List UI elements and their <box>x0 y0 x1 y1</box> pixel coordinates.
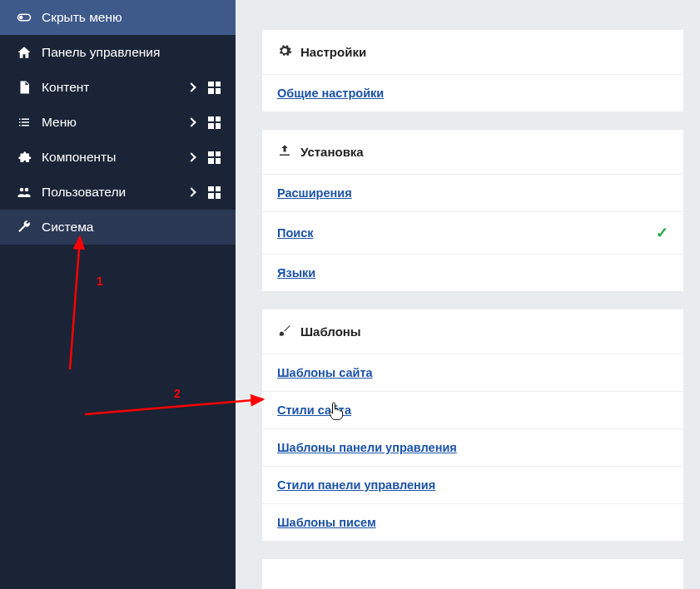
list-icon <box>15 115 33 130</box>
brush-icon <box>277 323 292 340</box>
sidebar: Скрыть меню Панель управления Контент Ме… <box>0 0 236 589</box>
sidebar-item-label: Система <box>42 220 93 235</box>
panel-row: Языки <box>262 255 683 291</box>
panel-title: Настройки <box>300 45 366 59</box>
panel-header-templates: Шаблоны <box>262 309 683 354</box>
panel-header-settings: Настройки <box>262 30 683 75</box>
link-admin-templates[interactable]: Шаблоны панели управления <box>277 441 457 454</box>
sidebar-item-users[interactable]: Пользователи <box>0 175 236 210</box>
check-icon: ✓ <box>656 224 668 242</box>
link-search[interactable]: Поиск <box>277 226 314 240</box>
users-icon <box>15 185 33 200</box>
panel-settings: Настройки Общие настройки <box>262 30 683 111</box>
gear-icon <box>277 43 292 61</box>
sidebar-item-components[interactable]: Компоненты <box>0 140 236 175</box>
chevron-right-icon <box>186 152 196 161</box>
panel-empty <box>262 559 683 589</box>
grid-icon[interactable] <box>208 82 221 94</box>
panel-row: Поиск ✓ <box>262 212 683 255</box>
document-icon <box>15 80 33 95</box>
sidebar-hide-menu-label: Скрыть меню <box>42 10 122 25</box>
link-admin-styles[interactable]: Стили панели управления <box>277 478 435 492</box>
home-icon <box>15 45 33 60</box>
chevron-right-icon <box>186 187 196 196</box>
panel-row: Расширения <box>262 175 683 212</box>
grid-icon[interactable] <box>208 151 221 164</box>
panel-row: Шаблоны панели управления <box>262 429 683 467</box>
sidebar-item-label: Меню <box>42 115 77 130</box>
panel-row: Стили панели управления <box>262 467 683 504</box>
main-content: Настройки Общие настройки Установка Расш… <box>236 0 700 589</box>
grid-icon[interactable] <box>208 186 221 199</box>
sidebar-item-label: Панель управления <box>42 45 160 60</box>
annotation-label-2: 2 <box>174 387 181 400</box>
toggle-icon <box>15 10 33 25</box>
panel-install: Установка Расширения Поиск ✓ Языки <box>262 130 683 291</box>
sidebar-item-content[interactable]: Контент <box>0 70 236 105</box>
grid-icon[interactable] <box>208 116 221 129</box>
link-languages[interactable]: Языки <box>277 266 315 280</box>
sidebar-item-label: Компоненты <box>42 150 116 165</box>
panel-row: Шаблоны сайта <box>262 354 683 392</box>
panel-row: Общие настройки <box>262 75 683 111</box>
chevron-right-icon <box>186 82 196 92</box>
link-site-styles[interactable]: Стили сайта <box>277 403 351 417</box>
panel-templates: Шаблоны Шаблоны сайта Стили сайта Шаблон… <box>262 309 683 541</box>
sidebar-item-label: Контент <box>42 80 89 95</box>
link-email-templates[interactable]: Шаблоны писем <box>277 516 376 529</box>
sidebar-item-menu[interactable]: Меню <box>0 105 236 140</box>
puzzle-icon <box>15 150 33 165</box>
panel-title: Установка <box>300 145 364 159</box>
sidebar-hide-menu[interactable]: Скрыть меню <box>0 0 236 35</box>
panel-row: Стили сайта <box>262 392 683 429</box>
upload-icon <box>277 143 292 161</box>
chevron-right-icon <box>186 117 196 126</box>
sidebar-item-system[interactable]: Система <box>0 210 236 245</box>
panel-title: Шаблоны <box>300 324 361 339</box>
link-extensions[interactable]: Расширения <box>277 186 352 200</box>
link-general-settings[interactable]: Общие настройки <box>277 87 384 100</box>
wrench-icon <box>15 220 33 235</box>
sidebar-item-dashboard[interactable]: Панель управления <box>0 35 236 70</box>
annotation-label-1: 1 <box>97 275 103 288</box>
panel-header-install: Установка <box>262 130 683 175</box>
sidebar-item-label: Пользователи <box>42 185 126 200</box>
link-site-templates[interactable]: Шаблоны сайта <box>277 366 373 379</box>
panel-row: Шаблоны писем <box>262 504 683 541</box>
